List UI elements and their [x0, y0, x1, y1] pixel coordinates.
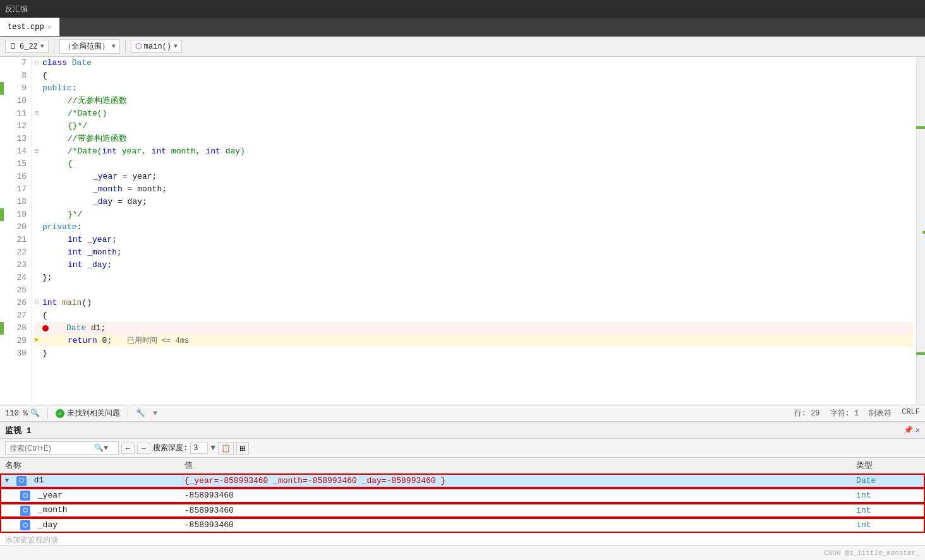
- code-line-16: _year = year;: [35, 170, 914, 183]
- code-line-23: int _day;: [35, 259, 914, 271]
- tab-test-cpp[interactable]: test.cpp ✕: [0, 18, 60, 36]
- watch-cell-d1-name: ▼ ⬡ d1: [0, 474, 179, 489]
- tab-close-icon[interactable]: ✕: [48, 23, 52, 31]
- var-icon-day: ⬡: [20, 520, 30, 530]
- watch-title-area: 监视 1: [5, 425, 32, 436]
- toolbar-sep-1: [54, 40, 54, 53]
- code-line-30: }: [35, 347, 914, 360]
- watch-footer-text: CSDN @s_little_monster_: [824, 549, 920, 557]
- watch-cell-d1-type: Date: [851, 474, 925, 489]
- fold-icon-14[interactable]: ⊟: [35, 145, 42, 158]
- depth-dropdown-arrow[interactable]: ▼: [210, 443, 215, 453]
- file-icon: 🗒: [9, 42, 17, 51]
- zoom-indicator: 110 % 🔍: [5, 408, 40, 418]
- status-right: 行: 29 字符: 1 制表符 CRLF: [794, 408, 920, 419]
- depth-value[interactable]: 3: [190, 443, 208, 454]
- code-content[interactable]: ⊟ class Date { public: //无参构造函数 ⊟: [32, 57, 916, 405]
- status-sep-2: [128, 408, 128, 419]
- watch-cell-month-name: ⬡ _month: [0, 503, 179, 518]
- breakpoint-dot-28: [42, 325, 49, 331]
- watch-cell-day-name: ⬡ _day: [0, 518, 179, 533]
- function-icon: ⬡: [135, 42, 142, 51]
- watch-cell-day-value: -858993460: [179, 518, 851, 533]
- copy-button[interactable]: 📋: [218, 442, 234, 455]
- scope-dropdown[interactable]: （全局范围） ▼: [59, 39, 120, 54]
- fold-icon-26[interactable]: ⊟: [35, 297, 42, 309]
- build-dropdown-arrow[interactable]: ▼: [153, 409, 157, 418]
- code-line-21: int _year;: [35, 234, 914, 246]
- watch-search-box[interactable]: 🔍▼: [5, 441, 119, 455]
- char-indicator: 字符: 1: [830, 408, 859, 419]
- format-indicator: 制表符: [869, 408, 892, 419]
- watch-add-item-label[interactable]: 添加要监视的项: [0, 533, 925, 545]
- code-line-13: //带参构造函数: [35, 133, 914, 145]
- function-dropdown-label: main(): [144, 42, 171, 51]
- scroll-marker-top: [916, 126, 925, 129]
- watch-close-icon[interactable]: ✕: [916, 426, 920, 435]
- watch-header: 监视 1 📌 ✕: [0, 422, 925, 439]
- code-line-12: {}*/: [35, 120, 914, 133]
- function-dropdown[interactable]: ⬡ main() ▼: [131, 40, 182, 53]
- watch-search-input[interactable]: [9, 444, 92, 453]
- watch-cell-year-name: ⬡ _year: [0, 488, 179, 503]
- var-icon-month: ⬡: [20, 506, 30, 516]
- status-sep-1: [47, 408, 48, 419]
- file-dropdown-label: 6_22: [20, 42, 38, 51]
- title-bar: 反汇编: [0, 0, 925, 18]
- watch-year-name-text: _year: [38, 491, 63, 500]
- code-line-29: ➤ return 0; 已用时间 <= 4ms: [35, 335, 914, 347]
- status-bar: 110 % 🔍 ✓ 未找到相关问题 🔧 ▼ 行: 29 字符: 1 制表符 CR…: [0, 405, 925, 421]
- pin-icon[interactable]: 📌: [904, 426, 913, 435]
- watch-row-month[interactable]: ⬡ _month -858993460 int: [0, 503, 925, 518]
- watch-cell-month-value: -858993460: [179, 503, 851, 518]
- watch-cell-year-value: -858993460: [179, 488, 851, 503]
- scope-dropdown-arrow: ▼: [112, 43, 116, 50]
- watch-d1-name-text: d1: [34, 475, 44, 485]
- scroll-marker-mid: [922, 231, 925, 234]
- editor-area: 7 8 9 10 11 12 13 14 15 16 17 18 19 20 2…: [0, 57, 925, 405]
- expand-d1-icon[interactable]: ▼: [5, 477, 9, 484]
- scroll-marker-bottom: [916, 352, 925, 355]
- watch-row-year[interactable]: ⬡ _year -858993460 int: [0, 488, 925, 503]
- code-line-9: public:: [35, 82, 914, 95]
- grid-button[interactable]: ⊞: [236, 442, 249, 455]
- watch-cell-d1-value: {_year=-858993460 _month=-858993460 _day…: [179, 474, 851, 489]
- issues-text: 未找到相关问题: [67, 408, 120, 419]
- fold-icon-11[interactable]: ⊟: [35, 107, 42, 120]
- issues-ok-icon: ✓: [56, 409, 64, 418]
- watch-row-day[interactable]: ⬡ _day -858993460 int: [0, 518, 925, 533]
- search-dropdown-icon[interactable]: 🔍▼: [94, 443, 108, 453]
- zoom-icon[interactable]: 🔍: [30, 408, 40, 418]
- build-icon: 🔧: [136, 408, 145, 418]
- code-line-20: private:: [35, 221, 914, 234]
- code-line-25: [35, 284, 914, 297]
- watch-data-table: 名称 值 类型 ▼ ⬡ d1 {_year=-858993460 _month=…: [0, 458, 925, 545]
- code-line-11: ⊟ /*Date(): [35, 107, 914, 120]
- code-line-22: int _month;: [35, 246, 914, 259]
- scope-dropdown-label: （全局范围）: [64, 41, 109, 52]
- watch-panel: 监视 1 📌 ✕ 🔍▼ ← → 搜索深度: 3 ▼ 📋 ⊞: [0, 421, 925, 560]
- watch-add-item-row[interactable]: 添加要监视的项: [0, 533, 925, 545]
- editor-scroll-indicator[interactable]: [916, 57, 925, 405]
- code-line-10: //无参构造函数: [35, 95, 914, 107]
- watch-row-d1[interactable]: ▼ ⬡ d1 {_year=-858993460 _month=-8589934…: [0, 474, 925, 489]
- nav-forward-button[interactable]: →: [137, 443, 150, 454]
- nav-back-button[interactable]: ←: [121, 443, 135, 454]
- current-line-arrow: ➤: [33, 335, 40, 347]
- function-dropdown-arrow: ▼: [174, 43, 178, 50]
- watch-table: 名称 值 类型 ▼ ⬡ d1 {_year=-858993460 _month=…: [0, 458, 925, 545]
- watch-header-controls: 📌 ✕: [904, 426, 920, 435]
- code-line-17: _month = month;: [35, 183, 914, 196]
- file-dropdown-arrow: ▼: [40, 43, 44, 50]
- tab-label: test.cpp: [8, 23, 44, 32]
- status-issues: ✓ 未找到相关问题: [56, 408, 120, 419]
- watch-table-body: ▼ ⬡ d1 {_year=-858993460 _month=-8589934…: [0, 474, 925, 545]
- col-name-header: 名称: [0, 458, 179, 474]
- code-line-15: {: [35, 158, 914, 170]
- watch-toolbar: 🔍▼ ← → 搜索深度: 3 ▼ 📋 ⊞: [0, 439, 925, 458]
- encoding-indicator: CRLF: [902, 408, 920, 419]
- fold-icon-7[interactable]: ⊟: [35, 57, 42, 69]
- file-dropdown[interactable]: 🗒 6_22 ▼: [5, 40, 49, 53]
- watch-table-header-row: 名称 值 类型: [0, 458, 925, 474]
- tab-bar: test.cpp ✕: [0, 18, 925, 37]
